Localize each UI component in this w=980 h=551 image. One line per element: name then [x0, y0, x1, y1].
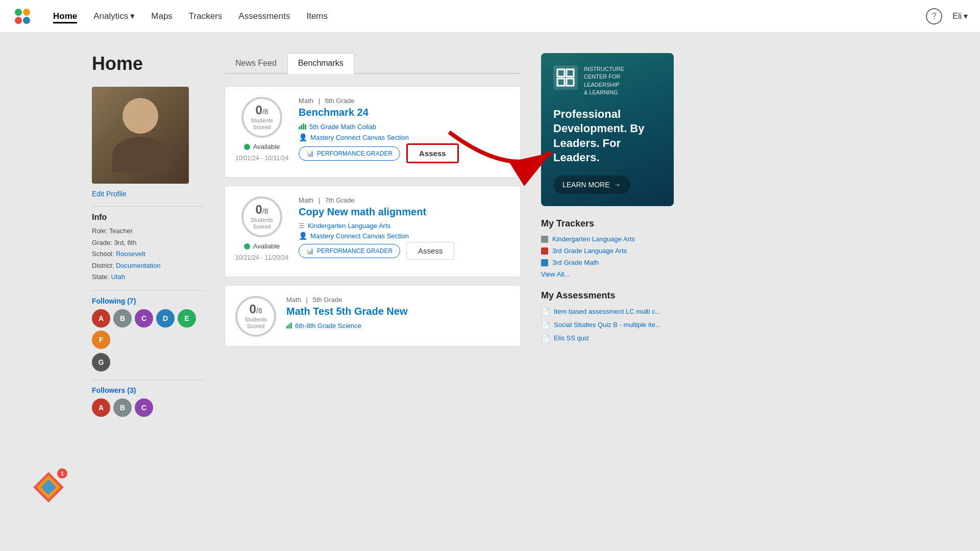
avatar[interactable]: A: [92, 309, 110, 328]
tracker-bar-1: [541, 236, 548, 243]
score-value-2: 0: [256, 204, 262, 216]
available-row-2: Available: [244, 242, 280, 250]
help-button[interactable]: ?: [926, 8, 942, 24]
benchmark-title-3[interactable]: Math Test 5th Grade New: [286, 306, 510, 317]
section-link-1[interactable]: 👤 Mastery Connect Canvas Section: [299, 133, 510, 141]
district-link[interactable]: Documentation: [116, 262, 160, 269]
avatar[interactable]: D: [156, 309, 175, 328]
nav-right: ? Eli ▾: [926, 8, 968, 24]
benchmark-card-3: 0 /8 StudentsScored Math | 5th Grade Mat…: [225, 285, 521, 346]
card-meta-2: Math | 7th Grade: [299, 196, 510, 204]
tracker-bar-2: [541, 247, 548, 255]
card-actions-2: 📊 PERFORMANCE GRADER Assess: [299, 242, 510, 260]
school-link[interactable]: Roosevelt: [116, 250, 145, 258]
tracker-item-2[interactable]: 3rd Grade Language Arts: [541, 247, 674, 255]
tracker-item-1[interactable]: Kindergarten Language Arts: [541, 235, 674, 243]
tracker-item-3[interactable]: 3rd Grade Math: [541, 259, 674, 266]
assess-button-1[interactable]: Assess: [406, 143, 459, 163]
grader-icon-2: 📊: [306, 247, 314, 255]
logo[interactable]: [12, 6, 33, 27]
state-row: State: Utah: [92, 272, 204, 282]
chevron-down-icon: ▾: [130, 11, 135, 21]
state-link[interactable]: Utah: [111, 273, 125, 281]
score-value-1: 0: [256, 104, 262, 116]
section-link-2[interactable]: 👤 Mastery Connect Canvas Section: [299, 232, 510, 240]
followers-section: Followers (3) A B C: [92, 380, 204, 417]
edit-profile-link[interactable]: Edit Profile: [92, 190, 204, 198]
score-circle-3: 0 /8 StudentsScored: [235, 296, 276, 337]
score-denom-2: /8: [262, 208, 268, 215]
green-bar-icon: [299, 122, 306, 131]
available-dot-1: [244, 144, 250, 150]
main-content: Home Edit Profile Info Role: Teacher Gra…: [0, 33, 980, 445]
date-range-1: 10/01/24 - 10/31/24: [235, 155, 288, 162]
date-range-2: 10/21/24 - 11/20/24: [235, 254, 288, 261]
learn-more-button[interactable]: LEARN MORE →: [553, 176, 630, 194]
avatar[interactable]: G: [92, 353, 110, 371]
tabs: News Feed Benchmarks: [225, 53, 521, 74]
svg-rect-6: [567, 69, 574, 77]
avatar[interactable]: B: [113, 398, 132, 417]
assess-button-2[interactable]: Assess: [406, 242, 454, 260]
assessment-item-2[interactable]: 📄 Social Studies Quiz B - multiple ite..…: [541, 320, 674, 330]
benchmark-title-1[interactable]: Benchmark 24: [299, 107, 510, 118]
tab-news-feed[interactable]: News Feed: [225, 53, 287, 73]
benchmark-title-2[interactable]: Copy New math alignment: [299, 206, 510, 218]
nav-home[interactable]: Home: [53, 9, 77, 23]
class-link-3[interactable]: 6th-8th Grade Science: [286, 321, 510, 330]
following-section: Following (7) A B C D E F G: [92, 290, 204, 371]
avatar[interactable]: E: [178, 309, 196, 328]
avatar[interactable]: B: [113, 309, 132, 328]
profile-photo: [92, 87, 189, 184]
view-all-trackers[interactable]: View All...: [541, 270, 674, 278]
green-bar-icon-3: [286, 321, 292, 330]
tracker-label-1: Kindergarten Language Arts: [552, 235, 635, 243]
avatar[interactable]: C: [135, 398, 153, 417]
assessment-item-3[interactable]: 📄 Elis SS quiz: [541, 334, 674, 343]
assessments-section: My Assessments 📄 Item based assessment L…: [541, 290, 674, 343]
nav-trackers[interactable]: Trackers: [189, 9, 223, 23]
assessment-label-2: Social Studies Quiz B - multiple ite...: [554, 320, 661, 330]
available-row-1: Available: [244, 143, 280, 151]
nav-assessments[interactable]: Assessments: [238, 9, 290, 23]
rewards-badge[interactable]: 1: [31, 469, 71, 510]
person-icon-2: 👤: [299, 232, 307, 240]
svg-point-2: [15, 17, 22, 24]
badge-count: 1: [57, 468, 67, 479]
trackers-section: My Trackers Kindergarten Language Arts 3…: [541, 218, 674, 278]
svg-point-3: [23, 17, 30, 24]
followers-label[interactable]: Followers (3): [92, 386, 204, 394]
nav-analytics[interactable]: Analytics ▾: [93, 9, 135, 23]
score-denom-3: /8: [256, 307, 262, 314]
class-link-1[interactable]: 5th Grade Math Collab: [299, 122, 510, 131]
benchmark-card-wrapper-1: 0 /8 StudentsScored Available 10/01/24 -…: [225, 86, 521, 178]
info-title: Info: [92, 213, 204, 222]
following-label[interactable]: Following (7): [92, 297, 204, 305]
available-dot-2: [244, 243, 250, 249]
arrow-right-icon: →: [614, 181, 621, 189]
avatar[interactable]: F: [92, 331, 110, 349]
avatar[interactable]: C: [135, 309, 153, 328]
tab-benchmarks[interactable]: Benchmarks: [287, 53, 354, 74]
class-link-2[interactable]: ☰ Kindergarten Language Arts: [299, 222, 510, 230]
person-icon: 👤: [299, 133, 307, 141]
card-info-1: Math | 6th Grade Benchmark 24: [299, 97, 510, 163]
user-menu[interactable]: Eli ▾: [952, 11, 968, 21]
assessments-title: My Assessments: [541, 290, 674, 301]
performance-grader-btn-1[interactable]: 📊 PERFORMANCE GRADER: [299, 146, 400, 161]
score-circle-1: 0 /8 StudentsScored: [241, 97, 282, 138]
performance-grader-btn-2[interactable]: 📊 PERFORMANCE GRADER: [299, 244, 400, 258]
avatar[interactable]: A: [92, 398, 110, 417]
assessment-label-1: Item based assessment LC multi c...: [554, 307, 661, 316]
svg-point-0: [15, 9, 22, 16]
nav-maps[interactable]: Maps: [151, 9, 173, 23]
nav-items[interactable]: Items: [306, 9, 328, 23]
doc-icon-1: 📄: [541, 308, 550, 316]
assessment-item-1[interactable]: 📄 Item based assessment LC multi c...: [541, 307, 674, 316]
score-label-1: StudentsScored: [251, 117, 273, 131]
page-title: Home: [92, 53, 204, 74]
card-actions-1: 📊 PERFORMANCE GRADER Assess: [299, 143, 510, 163]
score-label-3: StudentsScored: [244, 316, 266, 330]
svg-rect-7: [557, 79, 565, 86]
left-panel: Home Edit Profile Info Role: Teacher Gra…: [92, 53, 204, 425]
